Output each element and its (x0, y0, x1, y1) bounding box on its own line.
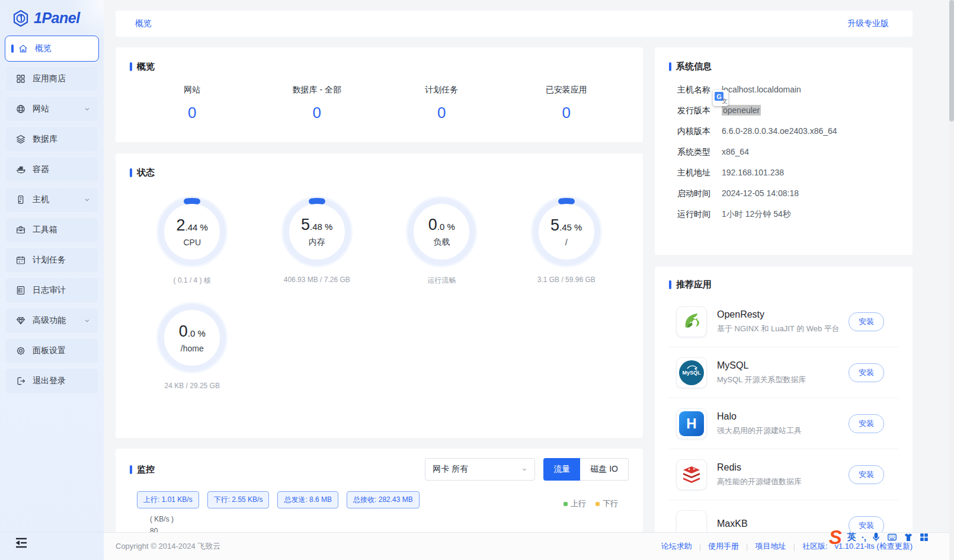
sidebar-item-label: 概览 (35, 43, 52, 54)
sidebar-item-appstore[interactable]: 应用商店 (5, 66, 99, 92)
footer-link-forum[interactable]: 论坛求助 (661, 541, 692, 552)
brand-name: 1Panel (34, 9, 80, 27)
sidebar-item-logout[interactable]: 退出登录 (5, 368, 99, 394)
app-name[interactable]: MySQL (717, 360, 849, 371)
gauge-value: 5 (301, 216, 310, 233)
sidebar-item-label: 日志审计 (33, 285, 66, 296)
stat-label: 已安装应用 (504, 85, 629, 95)
sysinfo-value: localhost.localdomain (722, 84, 801, 95)
sidebar-menu: 概览 应用商店 网站 数据库 (0, 36, 104, 394)
stat-websites: 网站 0 (130, 85, 255, 122)
ime-toolbar: S 英 ·, (829, 527, 929, 547)
gauge-caption: 运行流畅 (379, 276, 504, 286)
appstore-grid-icon (15, 73, 26, 84)
page-scrollbar-thumb[interactable] (949, 0, 954, 121)
brand-logo[interactable]: 1Panel (0, 0, 104, 28)
legend-down[interactable]: 下行 (596, 498, 618, 509)
sidebar-item-website[interactable]: 网站 (5, 96, 99, 122)
gear-icon (15, 345, 26, 356)
stat-value[interactable]: 0 (504, 104, 629, 122)
brand-hexagon-icon (12, 9, 30, 27)
sysinfo-row-distro: 发行版本 openeuler (677, 105, 898, 116)
gauge-load: 0.0 % 负载 运行流畅 (379, 195, 504, 286)
traffic-badges: 上行: 1.01 KB/s 下行: 2.55 KB/s 总发送: 8.6 MB … (137, 491, 629, 508)
install-halo-button[interactable]: 安装 (849, 414, 884, 433)
copyright-text: Copyright © 2014-2024 飞致云 (116, 541, 220, 552)
app-desc: 强大易用的开源建站工具 (717, 425, 849, 436)
gauge-value-frac: .44 % (185, 222, 208, 232)
home-icon (18, 43, 28, 54)
monitor-card: 监控 网卡 所有 流量 磁盘 IO 上行: 1.01 KB/s 下行: 2.55… (116, 449, 643, 532)
app-name[interactable]: Halo (717, 411, 849, 422)
gauge-label: CPU (183, 238, 201, 247)
sidebar-item-cronjob[interactable]: 计划任务 (5, 247, 99, 273)
soft-keyboard-icon[interactable] (886, 532, 898, 542)
sidebar-item-logs[interactable]: 日志审计 (5, 277, 99, 303)
gauge-caption: 3.1 GB / 59.96 GB (504, 276, 629, 284)
section-title-text: 监控 (137, 464, 155, 475)
sidebar-item-settings[interactable]: 面板设置 (5, 338, 99, 364)
ime-language-toggle[interactable]: 英 (847, 532, 856, 543)
sidebar-item-database[interactable]: 数据库 (5, 126, 99, 152)
section-accent-bar (130, 62, 132, 71)
collapse-sidebar-button[interactable] (15, 537, 28, 551)
footer-version-label: 社区版: (802, 541, 828, 552)
stat-databases: 数据库 - 全部 0 (255, 85, 380, 122)
toolbox-grid-icon[interactable] (919, 532, 929, 542)
section-accent-bar (130, 465, 132, 474)
app-name[interactable]: OpenResty (717, 309, 849, 320)
badge-total-received: 总接收: 282.43 MB (347, 491, 420, 508)
apps-section-title: 推荐应用 (669, 279, 898, 290)
app-desc: 高性能的开源键值数据库 (717, 476, 849, 487)
logout-icon (15, 376, 26, 386)
app-desc: 基于 NGINX 和 LuaJIT 的 Web 平台 (717, 324, 849, 334)
nic-select-value: 网卡 所有 (433, 464, 468, 475)
halo-icon: H (676, 408, 707, 439)
sogou-logo-icon[interactable]: S (829, 527, 842, 547)
sidebar-item-label: 应用商店 (33, 73, 66, 84)
legend-up-dot (564, 502, 568, 506)
install-redis-button[interactable]: 安装 (849, 465, 884, 484)
app-row-openresty: OpenResty 基于 NGINX 和 LuaJIT 的 Web 平台 安装 (669, 296, 898, 347)
legend-up[interactable]: 上行 (564, 498, 586, 509)
stat-value[interactable]: 0 (379, 104, 504, 122)
ime-punctuation-toggle[interactable]: ·, (862, 532, 866, 542)
microphone-icon[interactable] (871, 532, 881, 542)
sidebar-item-label: 数据库 (33, 134, 57, 145)
install-openresty-button[interactable]: 安装 (849, 312, 884, 331)
sidebar: 1Panel 概览 应用商店 网站 (0, 0, 104, 560)
stat-cronjobs: 计划任务 0 (379, 85, 504, 122)
globe-icon (15, 104, 26, 114)
upgrade-pro-link[interactable]: 升级专业版 (847, 18, 889, 29)
gauge-caption: 406.93 MB / 7.26 GB (255, 276, 380, 284)
monitor-section-title: 监控 (130, 464, 155, 475)
stat-value[interactable]: 0 (130, 104, 255, 122)
legend-down-dot (596, 502, 600, 506)
legend-up-label: 上行 (571, 498, 586, 509)
skin-shirt-icon[interactable] (903, 532, 914, 542)
sidebar-item-toolbox[interactable]: 工具箱 (5, 217, 99, 243)
system-info-card: 系统信息 主机名称 localhost.localdomain 发行版本 ope… (655, 47, 913, 255)
sidebar-item-label: 网站 (33, 104, 49, 114)
stat-value[interactable]: 0 (255, 104, 380, 122)
gauge-value-frac: .0 % (437, 222, 455, 232)
app-name[interactable]: Redis (717, 462, 849, 473)
sidebar-item-label: 面板设置 (33, 345, 66, 356)
sidebar-item-host[interactable]: 主机 (5, 187, 99, 213)
badge-down-rate: 下行: 2.55 KB/s (207, 491, 270, 508)
nic-select[interactable]: 网卡 所有 (425, 458, 535, 481)
sysinfo-value: x86_64 (722, 146, 749, 157)
status-card: 状态 2.44 % CPU ( 0.1 / 4 ) 核 (116, 153, 643, 438)
sidebar-item-advanced[interactable]: 高级功能 (5, 308, 99, 334)
google-translate-badge[interactable]: G 文 (713, 90, 728, 106)
tab-disk-io[interactable]: 磁盘 IO (580, 458, 629, 481)
translate-wen-glyph: 文 (722, 97, 728, 105)
install-mysql-button[interactable]: 安装 (849, 363, 884, 382)
footer-link-project[interactable]: 项目地址 (755, 541, 786, 552)
tab-traffic[interactable]: 流量 (543, 458, 580, 481)
breadcrumb[interactable]: 概览 (135, 18, 152, 29)
footer-link-manual[interactable]: 使用手册 (708, 541, 739, 552)
sidebar-item-overview[interactable]: 概览 (5, 36, 99, 62)
page-scrollbar-track[interactable] (949, 0, 954, 560)
sidebar-item-container[interactable]: 容器 (5, 156, 99, 183)
